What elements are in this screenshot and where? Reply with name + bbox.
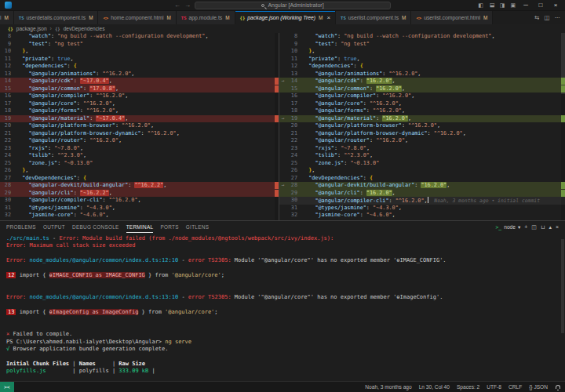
diff-line-modified[interactable]: 18 "@angular/forms": "^16.2.0",: [279, 107, 565, 115]
close-tab-icon[interactable]: ×: [326, 14, 330, 21]
diff-line-modified[interactable]: 10 },: [279, 48, 565, 56]
status-eol[interactable]: CRLF: [508, 384, 522, 390]
diff-line-original[interactable]: 15 "@angular/common": "17.0.8",: [0, 85, 279, 93]
tab-userdetails-component-ts[interactable]: TSuserdetails.component.tsM: [14, 11, 99, 24]
minimize-button[interactable]: ─: [521, 2, 530, 9]
panel-tab-ports[interactable]: PORTS: [160, 222, 178, 233]
status-cursor-position[interactable]: Ln 30, Col 40: [419, 384, 450, 390]
diff-line-original[interactable]: 10 },: [0, 48, 279, 56]
overview-ruler-original[interactable]: [275, 33, 279, 220]
notifications-bell-icon[interactable]: [556, 385, 560, 389]
breadcrumb-file[interactable]: package.json: [16, 26, 47, 31]
diff-line-modified[interactable]: →28 "@angular-devkit/build-angular": "16…: [279, 182, 565, 190]
diff-line-original[interactable]: 13 "@angular/animations": "^16.2.0",: [0, 71, 279, 78]
diff-line-modified[interactable]: 15 "@angular/common": "16.2.0",: [279, 85, 565, 93]
diff-line-original[interactable]: 8 "watch": "ng build --watch --configura…: [0, 33, 279, 41]
panel-tab-output[interactable]: OUTPUT: [43, 222, 65, 233]
status-language-mode[interactable]: {} JSON: [529, 384, 548, 390]
toggle-panel-icon[interactable]: ◧: [489, 2, 494, 8]
panel-tab-debug-console[interactable]: DEBUG CONSOLE: [72, 222, 119, 233]
swap-diff-sides-icon[interactable]: ⇆: [534, 14, 539, 21]
diff-line-original[interactable]: 23 "rxjs": "~7.8.0",: [0, 145, 279, 153]
diff-line-original[interactable]: 17 "@angular/core": "^16.2.0",: [0, 100, 279, 108]
diff-line-modified[interactable]: →19 "@angular/material": "16.2.0",: [279, 115, 565, 123]
maximize-button[interactable]: □: [536, 2, 545, 9]
diff-revert-arrow-icon[interactable]: →: [279, 78, 286, 85]
toggle-sidebar-icon[interactable]: ◧: [479, 2, 484, 8]
diff-line-modified[interactable]: 29 "@angular/cli": "16.2.0",: [279, 190, 565, 198]
close-panel-icon[interactable]: ×: [556, 224, 559, 230]
diff-line-modified[interactable]: 21 "@angular/platform-browser-dynamic": …: [279, 130, 565, 138]
diff-line-modified[interactable]: 27 "devDependencies": {: [279, 175, 565, 183]
diff-line-original[interactable]: 30 "@angular/compiler-cli": "^16.2.0",: [0, 197, 279, 205]
diff-line-modified[interactable]: 9 "test": "ng test": [279, 41, 565, 49]
diff-line-modified[interactable]: 23 "rxjs": "~7.8.0",: [279, 145, 565, 153]
diff-line-original[interactable]: 25 "zone.js": "~0.13.0": [0, 160, 279, 168]
split-terminal-icon[interactable]: ◫: [531, 224, 537, 230]
tab-app-module-ts[interactable]: TSapp.module.tsM: [177, 11, 235, 24]
diff-line-original[interactable]: 31 "@types/jasmine": "~4.3.0",: [0, 205, 279, 212]
kill-terminal-icon[interactable]: ⊔: [541, 224, 545, 230]
diff-line-modified[interactable]: 30 "@angular/compiler-cli": "^16.2.0", N…: [279, 197, 565, 205]
diff-line-modified[interactable]: 25 "zone.js": "~0.13.0": [279, 160, 565, 168]
customize-layout-icon[interactable]: ▣: [510, 2, 516, 8]
diff-line-original[interactable]: 9 "test": "ng test": [0, 41, 279, 49]
diff-line-modified[interactable]: 20 "@angular/platform-browser": "^16.2.0…: [279, 122, 565, 130]
status-encoding[interactable]: UTF-8: [487, 384, 501, 390]
diff-line-original[interactable]: 11 "private": true,: [0, 56, 279, 64]
toggle-secondary-sidebar-icon[interactable]: ◨: [500, 2, 505, 8]
diff-line-original[interactable]: 22 "@angular/router": "^16.2.0",: [0, 137, 279, 145]
status-indentation[interactable]: Spaces: 2: [457, 384, 479, 390]
more-actions-icon[interactable]: ⋯: [555, 14, 561, 21]
panel-tab-gitlens[interactable]: GITLENS: [186, 222, 209, 233]
panel-tab-terminal[interactable]: TERMINAL: [126, 222, 154, 233]
diff-line-original[interactable]: 12 "dependencies": {: [0, 63, 279, 71]
diff-line-original[interactable]: 29 "@angular/cli": "~16.2.2",: [0, 190, 279, 198]
close-window-button[interactable]: ×: [551, 2, 560, 9]
diff-line-modified[interactable]: 24 "tslib": "^2.3.0",: [279, 152, 565, 160]
diff-modified-pane[interactable]: 8 "watch": "ng build --watch --configura…: [279, 33, 565, 220]
tab-home-component-html[interactable]: <>home.component.htmlM: [98, 11, 176, 24]
diff-revert-arrow-icon[interactable]: →: [279, 182, 286, 190]
diff-revert-arrow-icon[interactable]: →: [279, 115, 286, 123]
terminal-profile[interactable]: >_ node ▾: [496, 224, 521, 230]
tab-userlist-component-html[interactable]: <>userlist.component.htmlM: [411, 11, 493, 24]
diff-line-modified[interactable]: 12 "dependencies": {: [279, 63, 565, 71]
diff-line-original[interactable]: 19 "@angular/material": "~17.0.4",: [0, 115, 279, 123]
tab-userlist-component-ts[interactable]: TSuserlist.component.tsM: [336, 11, 411, 24]
status-git-blame[interactable]: Noah, 3 months ago: [365, 384, 411, 390]
diff-line-modified[interactable]: 8 "watch": "ng build --watch --configura…: [279, 33, 565, 41]
diff-line-original[interactable]: 32 "jasmine-core": "~4.6.0",: [0, 212, 279, 220]
terminal-scrollbar[interactable]: [561, 239, 564, 333]
diff-line-original[interactable]: 26 },: [0, 167, 279, 175]
maximize-panel-icon[interactable]: ▴: [549, 224, 552, 230]
panel-tab-problems[interactable]: PROBLEMS: [6, 222, 36, 233]
split-editor-icon[interactable]: ◫: [544, 14, 549, 21]
diff-line-original[interactable]: 20 "@angular/platform-browser": "^16.2.0…: [0, 122, 279, 130]
diff-line-modified[interactable]: 13 "@angular/animations": "^16.2.0",: [279, 71, 565, 78]
diff-line-modified[interactable]: 26 },: [279, 167, 565, 175]
diff-line-original[interactable]: 14 "@angular/cdk": "~17.0.4",: [0, 78, 279, 85]
diff-line-modified[interactable]: 17 "@angular/core": "^16.2.0",: [279, 100, 565, 108]
diff-line-original[interactable]: 18 "@angular/forms": "^16.2.0",: [0, 107, 279, 115]
diff-line-original[interactable]: 21 "@angular/platform-browser-dynamic": …: [0, 130, 279, 138]
diff-line-modified[interactable]: →14 "@angular/cdk": "16.2.0",: [279, 78, 565, 85]
diff-line-original[interactable]: 16 "@angular/compiler": "^16.2.0",: [0, 93, 279, 100]
nav-forward-icon[interactable]: →: [184, 2, 191, 9]
diff-line-original[interactable]: 28 "@angular-devkit/build-angular": "^16…: [0, 182, 279, 190]
diff-line-modified[interactable]: 31 "@types/jasmine": "~4.3.0",: [279, 205, 565, 212]
diff-line-original[interactable]: 27 "devDependencies": {: [0, 175, 279, 183]
tab-onent-html[interactable]: <>onent.htmlM: [0, 11, 14, 24]
nav-back-icon[interactable]: ←: [174, 2, 180, 9]
new-terminal-icon[interactable]: +: [524, 224, 527, 230]
tab-package-json-working-tree[interactable]: {}package.json (Working Tree)M×: [235, 11, 337, 24]
diff-original-pane[interactable]: 8 "watch": "ng build --watch --configura…: [0, 33, 279, 220]
remote-indicator[interactable]: ><: [0, 382, 14, 392]
diff-line-modified[interactable]: 16 "@angular/compiler": "^16.2.0",: [279, 93, 565, 100]
diff-line-modified[interactable]: 11 "private": true,: [279, 56, 565, 64]
breadcrumb-symbol[interactable]: devDependencies: [64, 26, 105, 31]
terminal-content[interactable]: ./src/main.ts - Error: Module build fail…: [0, 233, 565, 381]
diff-line-modified[interactable]: 22 "@angular/router": "^16.2.0",: [279, 137, 565, 145]
diff-line-original[interactable]: 24 "tslib": "^2.3.0",: [0, 152, 279, 160]
overview-ruler-modified[interactable]: [561, 33, 565, 220]
